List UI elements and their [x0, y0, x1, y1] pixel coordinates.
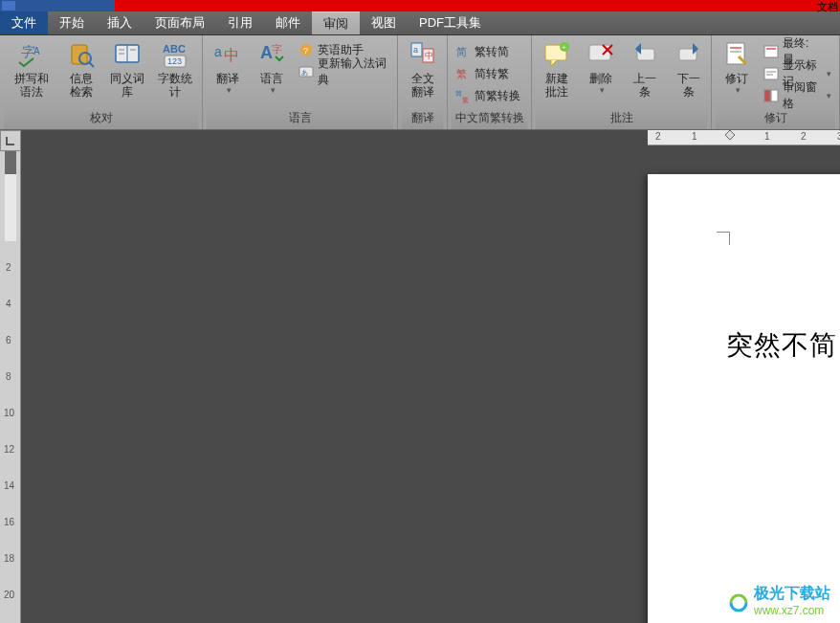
chevron-down-icon: ▾: [600, 85, 605, 95]
trad-to-simp-button[interactable]: 简 繁转简: [453, 41, 522, 62]
svg-marker-48: [735, 597, 742, 609]
tab-references[interactable]: 引用: [216, 11, 264, 34]
tab-label: PDF工具集: [419, 14, 481, 32]
svg-text:a: a: [214, 44, 222, 59]
ruler-num: 1: [692, 131, 697, 142]
new-comment-button[interactable]: + 新建批注: [536, 37, 578, 100]
tab-label: 插入: [107, 14, 132, 32]
simp-to-trad-button[interactable]: 繁 简转繁: [453, 63, 522, 84]
text-content: 突然不简: [726, 330, 837, 360]
full-translate-icon: a中: [408, 39, 438, 70]
btn-label: 上一条: [629, 72, 661, 99]
tab-page-layout[interactable]: 页面布局: [144, 11, 216, 34]
assistant-icon: ?: [298, 42, 314, 57]
svg-rect-32: [589, 45, 610, 60]
language-button[interactable]: A字 语言▾: [251, 37, 293, 97]
tab-label: 审阅: [323, 15, 348, 33]
simp-trad-icon: 繁: [455, 66, 471, 81]
vertical-ruler[interactable]: [0, 151, 21, 623]
group-comments: + 新建批注 删除▾ 上一条 下一条 批注: [532, 35, 712, 129]
tab-pdf-tools[interactable]: PDF工具集: [408, 11, 493, 34]
watermark-logo-icon: [725, 590, 748, 612]
tab-label: 引用: [228, 14, 253, 32]
reviewing-pane-icon: [763, 88, 779, 103]
prev-comment-button[interactable]: 上一条: [624, 37, 666, 100]
svg-text:+: +: [562, 43, 566, 52]
svg-text:繁: 繁: [456, 68, 467, 79]
trad-simp-icon: 简: [455, 44, 471, 59]
ruler-num: 2: [801, 131, 807, 142]
svg-text:123: 123: [167, 56, 182, 66]
tab-label: 邮件: [276, 14, 300, 32]
svg-text:字: 字: [272, 43, 282, 55]
tab-file-label: 文件: [11, 14, 36, 32]
btn-label: 信息 检索: [70, 72, 93, 99]
group-translate: a中 全文 翻译 翻译: [398, 35, 448, 129]
btn-label: 审阅窗格: [783, 79, 821, 112]
full-translate-button[interactable]: a中 全文 翻译: [402, 37, 444, 100]
group-tracking: 修订▾ 最终: 显... 显示标记▾ 审阅窗格▾ 修订: [712, 35, 840, 129]
svg-rect-46: [771, 90, 778, 101]
title-doc-label: 文档: [817, 0, 838, 14]
svg-marker-47: [725, 130, 735, 140]
tab-view[interactable]: 视图: [360, 11, 408, 34]
chinese-convert-button[interactable]: 简繁 简繁转换: [453, 85, 522, 106]
btn-label: 翻译: [216, 72, 239, 85]
svg-text:ABC: ABC: [163, 43, 186, 55]
svg-text:a: a: [413, 45, 418, 55]
document-text[interactable]: 突然不简: [726, 327, 837, 364]
group-proofing: 字A 拼写和语法 信息 检索 同义词库 ABC123 字数统计 校对: [0, 35, 203, 129]
svg-line-4: [89, 62, 94, 67]
ribbon-tabs: 文件 开始 插入 页面布局 引用 邮件 审阅 视图 PDF工具集: [0, 11, 840, 35]
spelling-icon: 字A: [16, 39, 47, 70]
indent-marker-icon[interactable]: [724, 128, 736, 145]
document-area[interactable]: 突然不简: [21, 151, 840, 623]
svg-text:繁: 繁: [462, 97, 469, 103]
btn-label: 删除: [589, 72, 612, 85]
delete-comment-button[interactable]: 删除▾: [580, 37, 622, 97]
btn-label: 拼写和语法: [9, 72, 54, 99]
svg-rect-45: [764, 90, 770, 101]
ruler-margin: [5, 151, 16, 174]
ribbon: 字A 拼写和语法 信息 检索 同义词库 ABC123 字数统计 校对 a中 翻译…: [0, 35, 840, 130]
group-label: 翻译: [402, 108, 443, 129]
translate-button[interactable]: a中 翻译▾: [207, 37, 249, 97]
svg-text:A: A: [33, 46, 40, 56]
tab-label: 开始: [59, 14, 84, 32]
ime-icon: あ: [298, 64, 314, 79]
svg-rect-40: [764, 46, 778, 57]
track-changes-button[interactable]: 修订▾: [716, 37, 758, 97]
spelling-grammar-button[interactable]: 字A 拼写和语法: [4, 37, 58, 100]
watermark-text: 极光下载站 www.xz7.com: [754, 584, 830, 617]
word-count-button[interactable]: ABC123 字数统计: [152, 37, 198, 100]
margin-corner-icon: [717, 232, 730, 245]
thesaurus-button[interactable]: 同义词库: [104, 37, 150, 100]
btn-label: 修订: [725, 72, 748, 85]
show-markup-icon: [763, 66, 779, 81]
watermark-name: 极光下载站: [754, 584, 830, 604]
chevron-down-icon: ▾: [271, 85, 276, 95]
document-page[interactable]: 突然不简: [648, 174, 840, 623]
group-label: 批注: [536, 108, 707, 129]
thesaurus-icon: [112, 39, 143, 70]
tab-file[interactable]: 文件: [0, 11, 48, 34]
next-comment-button[interactable]: 下一条: [668, 37, 710, 100]
btn-label: 全文 翻译: [411, 72, 434, 99]
tab-insert[interactable]: 插入: [96, 11, 144, 34]
tab-mailings[interactable]: 邮件: [264, 11, 312, 34]
track-changes-icon: [721, 39, 752, 70]
tab-label: 页面布局: [155, 14, 205, 32]
tab-review[interactable]: 审阅: [312, 11, 360, 34]
btn-label: 简转繁: [475, 66, 509, 82]
chevron-down-icon: ▾: [736, 85, 741, 95]
reviewing-pane-button[interactable]: 审阅窗格▾: [762, 85, 833, 106]
ruler-corner[interactable]: [0, 130, 21, 151]
btn-label: 同义词库: [109, 72, 145, 99]
update-ime-dict-button[interactable]: あ 更新输入法词典: [297, 61, 391, 82]
tab-home[interactable]: 开始: [48, 11, 96, 34]
ruler-track: 2 1 1 2 3: [648, 130, 840, 145]
group-label: 修订: [716, 108, 835, 129]
title-bar: 文档: [0, 0, 840, 11]
research-button[interactable]: 信息 检索: [60, 37, 102, 100]
horizontal-ruler[interactable]: 2 1 1 2 3: [21, 130, 840, 151]
